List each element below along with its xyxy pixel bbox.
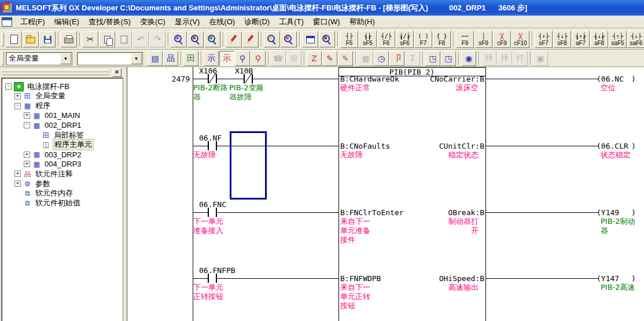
tree-item-程序主单元[interactable]: ◫程序主单元 [33,140,94,150]
scan-time-button[interactable]: ◷ [374,51,389,66]
menu-item[interactable]: 查找/替换(S) [84,16,135,28]
window-split-button[interactable] [302,31,318,47]
falling-pulse-button[interactable]: ┤↓├sF8 [553,31,571,48]
collapse-toggle-icon[interactable]: - [14,103,21,109]
chevron-down-icon[interactable]: ▼ [131,53,142,64]
find-button[interactable] [171,31,187,47]
expand-toggle-icon[interactable]: + [14,180,21,187]
tree-item-002_DRP1[interactable]: -▦002_DRP1 [24,120,83,130]
ladder-symbol-icon: ┤/├ [381,33,391,40]
magnifier-check-icon [322,34,332,45]
edit-cursor[interactable] [230,131,267,200]
expand-toggle-icon[interactable]: + [24,161,30,167]
menu-item[interactable]: 变换(C) [135,16,170,28]
menu-item[interactable]: 编辑(E) [50,16,84,28]
global-variable-combobox[interactable]: 全局变量 ▼ [6,52,72,65]
collapse-toggle-icon[interactable]: - [5,83,12,90]
device-comment: 滚床空 [386,83,479,93]
expand-toggle-icon[interactable]: + [24,152,30,158]
monitor-stop-icon: ☒ [290,54,298,63]
find-circle-button[interactable]: ◉ [461,51,476,66]
expand-toggle-icon[interactable]: + [24,112,30,119]
list-display-button[interactable]: ⽰ [204,51,219,66]
open-branch-button[interactable]: ┧┟sF5 [359,31,377,48]
menu-item[interactable]: 工程(F) [16,16,50,28]
find-device-button[interactable] [204,31,220,47]
menu-item[interactable]: 在线(O) [204,16,240,28]
open-file-button[interactable] [23,31,39,47]
toolbar-separator [458,51,459,65]
menu-item[interactable]: 窗口(W) [308,16,345,28]
ladder-key-label: cF10 [514,40,527,46]
menu-item[interactable]: 诊断(D) [240,16,274,28]
device-comment: 器 [193,93,201,102]
monitor-button[interactable]: ⚲ [235,51,250,66]
delete-vertical-line-button[interactable]: ╳cF10 [511,31,529,48]
tree-item-001_MAIN[interactable]: +▦001_MAIN [24,110,81,120]
device-display-button[interactable]: 田 [183,51,198,66]
menu-item[interactable]: 帮助(H) [345,16,380,28]
application-instruction-button[interactable]: { }F8 [433,31,451,48]
tree-item-软元件注释[interactable]: +品软元件注释 [14,169,74,179]
ladder-symbol-icon: { } [436,33,447,40]
monitor-mode-button[interactable] [242,31,259,47]
tree-panel-handle[interactable]: × [1,68,122,76]
print-button[interactable] [61,31,77,47]
find-replace-button[interactable] [187,31,204,47]
device-test-button[interactable]: Z [307,51,322,66]
tree-item-004_DRP3[interactable]: +▦004_DRP3 [24,159,83,169]
program-check-button[interactable] [319,31,335,47]
entry-monitor-button[interactable]: 卩 [389,51,404,66]
zoom-find-button[interactable] [264,31,280,47]
label-setting-button[interactable]: ▤ [148,51,163,66]
tree-item-程序[interactable]: -▦程序 [14,101,51,111]
delete-horizontal-line-button[interactable]: ╳cF9 [493,31,511,48]
collapse-toggle-icon[interactable]: - [24,122,30,128]
expand-toggle-icon[interactable]: + [14,93,21,99]
monitor-edit-button[interactable]: ⚲ [251,51,266,66]
open-contact-button[interactable]: ┤├F5 [340,31,358,48]
expand-toggle-icon[interactable]: + [14,171,21,177]
mdi-child-icon[interactable] [2,17,12,27]
coil-close-paren: ) [631,274,636,283]
toolbar-grip[interactable] [1,51,4,65]
tree-item-参数[interactable]: +⚙参数 [14,179,51,189]
vertical-line-button[interactable]: │sF9 [474,31,492,48]
close-icon[interactable]: × [112,68,122,77]
write-mode-button[interactable] [226,31,242,47]
menu-item[interactable]: 工具(T) [274,16,308,28]
open-window2-button[interactable]: ◳ [441,51,456,66]
chevron-down-icon[interactable]: ▼ [60,53,71,64]
rising-pulse-branch-button[interactable]: ┧↑┟aF7 [572,31,590,48]
fb-tree-button[interactable]: 品 [163,51,178,66]
menu-item[interactable]: 显示(V) [170,16,204,28]
save-file-button[interactable] [39,31,56,47]
ladder-editor[interactable]: PIB(PIB_2)2479X106PIB-2断路器X10BPIB-2变频器故障… [127,67,644,321]
toolbar-separator [58,32,59,46]
new-file-button[interactable] [6,31,22,47]
rising-pulse-button[interactable]: ┤↑├sF7 [535,31,553,48]
cut-button[interactable]: ✂ [82,31,98,47]
falling-pulse-branch-button[interactable]: ┧↓┟aF8 [590,31,608,48]
closed-branch-button[interactable]: ┧/┟sF6 [396,31,414,48]
zoom-find2-button[interactable] [281,31,297,47]
horizontal-line-button[interactable]: ──F9 [456,31,474,48]
comment-edit-button[interactable]: ✎ [338,51,353,66]
tree-item-003_DRP2[interactable]: +▦003_DRP2 [24,150,83,160]
program-icon: ▦ [32,112,41,120]
coil-button[interactable]: ( )F7 [414,31,432,48]
online-edit-button[interactable]: ✎ [322,51,337,66]
device-combobox[interactable]: ▼ [77,52,143,65]
tree-item-电泳摆杆-FB[interactable]: -❖电泳摆杆-FB [5,82,71,91]
closed-contact-button[interactable]: ┤/├F6 [377,31,395,48]
tree-item-全局变量[interactable]: +田全局变量 [14,91,67,101]
toolbar-grip[interactable] [1,32,4,46]
tree-item-软元件初始值[interactable]: ⧉软元件初始值 [14,198,82,208]
copy-button[interactable] [99,31,115,47]
falling-pulse-close-button[interactable]: ┤⇓├saF6 [627,31,644,48]
tree-item-软元件内存[interactable]: ⧉软元件内存 [14,189,74,198]
rising-pulse-close-button[interactable]: ┤⇑├saF5 [609,31,627,48]
ladder-line [338,67,339,321]
ladder-edit-button[interactable]: ⽰ [219,51,234,66]
open-window-button[interactable]: ◳ [425,51,440,66]
